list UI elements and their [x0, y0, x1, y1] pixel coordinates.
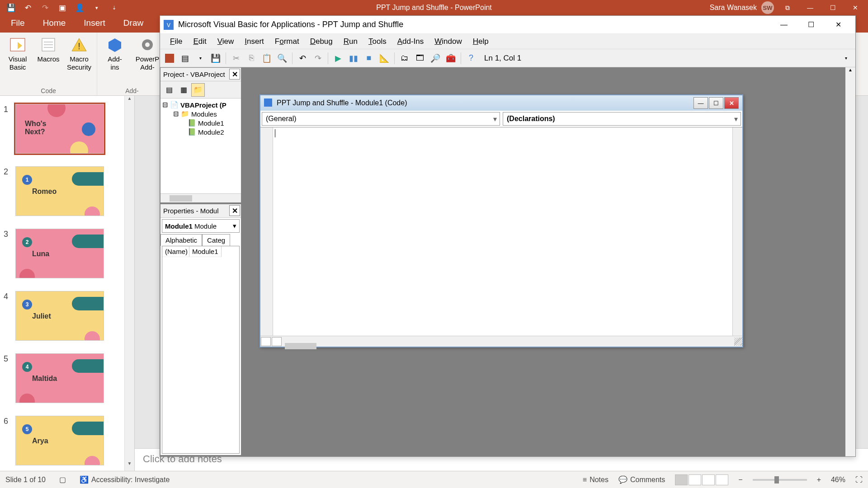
code-window-titlebar[interactable]: PPT Jump and Shuffle - Module1 (Code) — … [260, 95, 742, 111]
toolbar-options-icon[interactable]: ▾ [839, 52, 853, 65]
reset-icon[interactable]: ■ [362, 52, 376, 65]
menu-edit[interactable]: Edit [189, 35, 211, 48]
save-icon[interactable]: 💾 [6, 3, 15, 12]
properties-panel-header[interactable]: Properties - Modul ✕ [160, 204, 241, 218]
properties-grid[interactable]: (Name) Module1 [162, 246, 240, 454]
project-tree[interactable]: ⊟📄VBAProject (P ⊟📁Modules 📗Module1 📗Modu… [160, 99, 241, 138]
slide-sorter-button[interactable] [689, 474, 701, 485]
tab-home[interactable]: Home [34, 14, 75, 33]
paste-icon[interactable]: 📋 [260, 52, 274, 65]
procedure-dropdown[interactable]: (Declarations) [503, 112, 741, 126]
toolbox-icon[interactable]: 🧰 [444, 52, 458, 65]
slide-thumbnail[interactable]: Who's Next? [15, 104, 104, 154]
user-name[interactable]: Sara Wanasek [710, 4, 757, 12]
zoom-level[interactable]: 46% [831, 476, 845, 484]
menu-view[interactable]: View [213, 35, 239, 48]
help-icon[interactable]: ? [464, 52, 478, 65]
menu-insert[interactable]: Insert [240, 35, 269, 48]
language-status-icon[interactable]: ▢ [59, 475, 66, 484]
slide-thumb-1[interactable]: 1Who's Next? [4, 104, 124, 154]
menu-help[interactable]: Help [468, 35, 493, 48]
slide-scrollbar[interactable]: ▲ ▼ [124, 96, 134, 471]
code-close-button[interactable]: ✕ [724, 97, 739, 109]
undo-icon[interactable]: ↶ [24, 3, 33, 12]
slide-thumbnail[interactable]: Juliet3 [15, 291, 104, 341]
menu-file[interactable]: File [165, 35, 187, 48]
tab-file[interactable]: File [0, 14, 34, 33]
reading-view-button[interactable] [702, 474, 715, 485]
design-mode-icon[interactable]: 📐 [377, 52, 391, 65]
slide-thumb-5[interactable]: 5Maltida4 [4, 353, 124, 403]
comments-toggle[interactable]: 💬 Comments [618, 475, 665, 484]
slide-thumb-3[interactable]: 3Luna2 [4, 229, 124, 278]
save-icon[interactable]: 💾 [209, 52, 222, 65]
view-object-icon[interactable]: ▦ [177, 83, 190, 97]
undo-icon[interactable]: ↶ [296, 52, 309, 65]
break-icon[interactable]: ▮▮ [347, 52, 360, 65]
maximize-button[interactable]: ☐ [824, 0, 842, 15]
redo-icon[interactable]: ↷ [41, 3, 50, 12]
procedure-view-button[interactable] [261, 337, 271, 346]
tab-alphabetic[interactable]: Alphabetic [160, 234, 202, 246]
vba-maximize-button[interactable]: ☐ [797, 16, 825, 34]
tab-categorized[interactable]: Categ [202, 234, 230, 246]
project-hscroll[interactable] [160, 193, 241, 202]
dropdown-icon[interactable]: ▾ [193, 52, 207, 65]
menu-debug[interactable]: Debug [306, 35, 337, 48]
resize-grip[interactable] [734, 338, 742, 346]
slide-number-status[interactable]: Slide 1 of 10 [5, 476, 46, 484]
present-from-start-icon[interactable]: ▣ [58, 3, 67, 12]
code-editor[interactable] [273, 127, 732, 336]
zoom-out-button[interactable]: − [738, 476, 742, 484]
zoom-in-button[interactable]: + [817, 476, 821, 484]
code-vscroll[interactable] [732, 127, 742, 336]
scroll-up-icon[interactable]: ▲ [845, 67, 855, 77]
vba-minimize-button[interactable]: — [770, 16, 797, 34]
addins-button[interactable]: Add- ins [101, 35, 129, 71]
normal-view-button[interactable] [675, 474, 688, 485]
powerpoint-addins-button[interactable]: PowerP Add- [132, 35, 163, 71]
slide-thumb-6[interactable]: 6Arya5 [4, 416, 124, 465]
slide-list[interactable]: 1Who's Next?2Romeo13Luna24Juliet35Maltid… [0, 96, 124, 471]
slide-thumbnail[interactable]: Arya5 [15, 416, 104, 465]
mdi-vscroll[interactable]: ▲ [845, 67, 855, 456]
scroll-down-icon[interactable]: ▼ [125, 461, 134, 471]
tab-insert[interactable]: Insert [75, 14, 114, 33]
toggle-folders-icon[interactable]: 📁 [191, 83, 205, 97]
object-dropdown[interactable]: (General) [262, 112, 500, 126]
minimize-button[interactable]: — [801, 0, 819, 15]
scroll-up-icon[interactable]: ▲ [125, 96, 134, 106]
code-maximize-button[interactable]: ☐ [709, 97, 723, 109]
slide-thumb-2[interactable]: 2Romeo1 [4, 166, 124, 216]
tree-item-module1[interactable]: 📗Module1 [162, 118, 239, 127]
vba-close-button[interactable]: ✕ [825, 16, 852, 34]
slide-thumb-4[interactable]: 4Juliet3 [4, 291, 124, 341]
user-avatar[interactable]: SW [761, 1, 774, 14]
macros-button[interactable]: Macros [34, 35, 62, 71]
menu-tools[interactable]: Tools [364, 35, 391, 48]
properties-panel-close-icon[interactable]: ✕ [229, 205, 240, 216]
qat-customize-icon[interactable]: ⇣ [109, 3, 118, 12]
vba-titlebar[interactable]: V Microsoft Visual Basic for Application… [160, 16, 855, 34]
view-powerpoint-icon[interactable] [163, 52, 176, 65]
visual-basic-button[interactable]: Visual Basic [4, 35, 32, 71]
menu-run[interactable]: Run [339, 35, 362, 48]
copy-icon[interactable]: ⎘ [245, 52, 258, 65]
redo-icon[interactable]: ↷ [311, 52, 325, 65]
find-icon[interactable]: 🔍 [275, 52, 289, 65]
menu-addins[interactable]: Add-Ins [393, 35, 429, 48]
fit-to-window-button[interactable]: ⛶ [855, 476, 863, 484]
slide-thumbnail[interactable]: Romeo1 [15, 166, 104, 216]
tree-item-module2[interactable]: 📗Module2 [162, 127, 239, 136]
project-panel-header[interactable]: Project - VBAProject ✕ [160, 68, 241, 81]
cut-icon[interactable]: ✂ [229, 52, 243, 65]
tab-draw[interactable]: Draw [114, 14, 152, 33]
menu-format[interactable]: Format [270, 35, 304, 48]
zoom-slider[interactable] [753, 479, 807, 481]
menu-window[interactable]: Window [430, 35, 466, 48]
project-explorer-icon[interactable]: 🗂 [398, 52, 411, 65]
ribbon-options-icon[interactable]: ⧉ [778, 0, 797, 15]
view-code-icon[interactable]: ▤ [162, 83, 176, 97]
code-minimize-button[interactable]: — [693, 97, 708, 109]
prop-name-value[interactable]: Module1 [189, 246, 222, 257]
